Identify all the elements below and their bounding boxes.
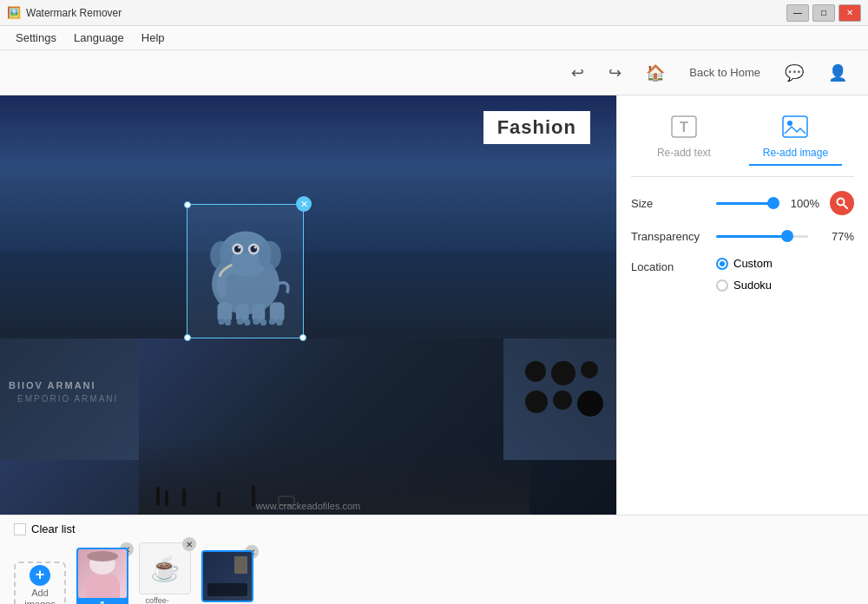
thumb-2-image: ☕ [139,542,191,594]
canvas-background: BIIOV ARMANI EMPORIO ARMANI [0,95,616,515]
thumb-2-label: coffee-3699657_9 [145,596,184,604]
add-images-button[interactable]: + Addimages [14,561,66,604]
svg-point-4 [238,246,240,248]
window-controls: — □ ✕ [786,4,861,22]
undo-button[interactable]: ↩ [564,60,591,86]
text-tab-label: Re-add text [657,147,711,159]
toolbar: ↩ ↪ 🏠 Back to Home 💬 👤 [0,50,868,95]
size-label: Size [631,197,709,210]
transparency-slider-fill [716,235,787,238]
image-tab-icon [781,115,809,143]
svg-rect-24 [783,116,807,137]
maximize-button[interactable]: □ [812,4,835,22]
close-button[interactable]: ✕ [838,4,861,22]
minimize-button[interactable]: — [786,4,809,22]
thumb-3-image [201,550,253,602]
back-home-button[interactable]: Back to Home [682,62,767,82]
tab-readd-image[interactable]: Re-add image [749,109,842,166]
size-slider-thumb[interactable] [767,197,779,209]
text-tab-icon: T [670,115,698,143]
location-sudoku-radio[interactable] [716,279,728,292]
svg-point-20 [268,318,274,324]
size-row: Size 100% [631,191,854,215]
architecture-simulation: BIIOV ARMANI EMPORIO ARMANI [0,95,616,515]
home-icon[interactable]: 🏠 [639,60,672,86]
add-images-label: Addimages [24,588,55,604]
svg-point-25 [787,121,792,126]
location-custom-label: Custom [733,257,773,270]
file-area: Clear list + Addimages ✕ 1 ✕ ☕ [0,515,868,604]
svg-text:T: T [680,120,688,135]
svg-line-27 [844,205,847,208]
svg-point-16 [236,318,242,324]
size-slider[interactable] [716,194,773,212]
thumbnail-1[interactable]: ✕ 1 [76,548,128,604]
location-sudoku-option[interactable]: Sudoku [716,279,773,292]
transparency-slider[interactable] [716,227,808,245]
add-circle-icon: + [30,565,50,586]
location-options: Custom Sudoku [716,257,773,292]
thumbnail-3[interactable]: ✕ street [201,550,253,604]
elephant-box[interactable]: ✕ [187,204,304,338]
tab-readd-text[interactable]: T Re-add text [643,109,725,166]
location-label: Location [631,257,709,273]
svg-point-15 [224,318,230,325]
comment-icon[interactable]: 💬 [778,60,811,86]
fashion-watermark: Fashion [483,111,590,144]
elephant-image [187,205,303,338]
menu-language[interactable]: Language [65,28,133,48]
app-title: Watermark Remover [26,7,786,19]
thumb-2-close[interactable]: ✕ [182,537,196,551]
menu-bar: Settings Language Help [0,26,868,50]
location-sudoku-label: Sudoku [733,279,772,292]
size-slider-fill [716,202,773,205]
svg-point-14 [218,318,224,324]
svg-point-9 [258,240,280,269]
svg-point-7 [253,246,256,248]
svg-point-21 [276,318,282,325]
search-icon-button[interactable] [830,191,854,215]
right-panel: T Re-add text Re-add image Size [616,95,868,515]
canvas-area: BIIOV ARMANI EMPORIO ARMANI [0,95,616,515]
clear-list-label: Clear list [31,522,76,535]
thumbnail-2[interactable]: ✕ ☕ coffee-3699657_9 [139,542,191,604]
image-tab-label: Re-add image [763,147,828,159]
transparency-row: Transparency 77% [631,227,854,245]
menu-settings[interactable]: Settings [7,28,65,48]
size-slider-track [716,202,773,205]
back-home-label: Back to Home [689,66,760,79]
transparency-value: 77% [815,230,854,243]
location-custom-radio[interactable] [716,258,728,270]
svg-point-19 [260,318,266,325]
redo-button[interactable]: ↪ [602,60,628,86]
main-content: BIIOV ARMANI EMPORIO ARMANI [0,95,868,515]
transparency-label: Transparency [631,230,709,243]
location-row: Location Custom Sudoku [631,257,854,292]
location-custom-option[interactable]: Custom [716,257,773,270]
watermark-url: www.crackeadofiles.com [256,501,360,511]
transparency-slider-track [716,235,808,238]
clear-list-row: Clear list [14,522,854,535]
user-icon[interactable]: 👤 [821,60,854,86]
file-thumbnails: + Addimages ✕ 1 ✕ ☕ coffee-3699657_9 ✕ [14,542,854,604]
clear-list-checkbox[interactable] [14,523,26,535]
transparency-slider-thumb[interactable] [781,230,793,242]
add-images-item[interactable]: + Addimages [14,561,66,604]
panel-tabs: T Re-add text Re-add image [631,109,854,177]
menu-help[interactable]: Help [133,28,174,48]
app-icon: 🖼️ [7,6,21,20]
title-bar: 🖼️ Watermark Remover — □ ✕ [0,0,868,26]
size-value: 100% [780,197,819,210]
svg-point-17 [244,318,250,325]
svg-point-18 [253,318,259,324]
